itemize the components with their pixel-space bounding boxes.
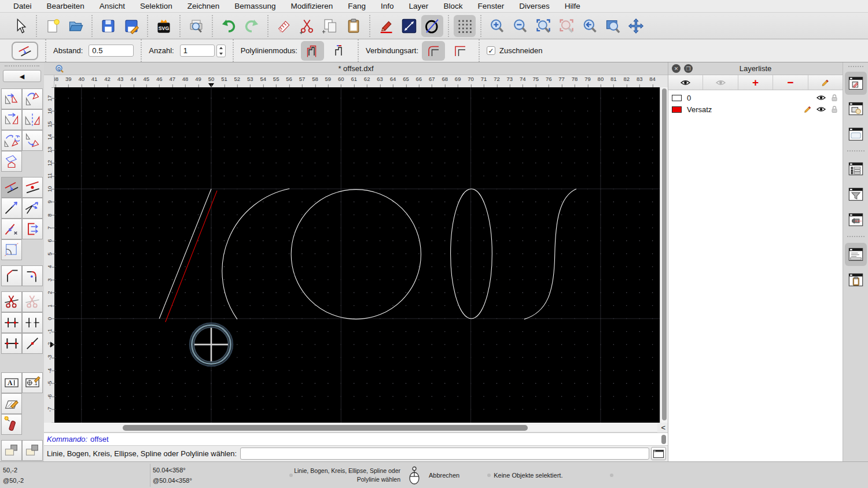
pencil-draw-button[interactable] bbox=[375, 15, 397, 37]
menu-item-block[interactable]: Block bbox=[436, 2, 470, 10]
order-front-button[interactable] bbox=[1, 440, 22, 461]
horizontal-scrollbar-thumb[interactable] bbox=[123, 425, 528, 431]
split-multi-button[interactable] bbox=[1, 333, 22, 354]
stepper-up-icon[interactable] bbox=[217, 45, 225, 51]
edit-layer-button[interactable] bbox=[808, 75, 843, 90]
offset-circle-button[interactable] bbox=[421, 15, 443, 37]
menu-item-datei[interactable]: Datei bbox=[6, 2, 39, 10]
layer-color-swatch[interactable] bbox=[672, 95, 682, 101]
mirror-axis-button[interactable] bbox=[1, 109, 22, 130]
menu-item-hilfe[interactable]: Hilfe bbox=[557, 2, 588, 10]
add-layer-button[interactable]: + bbox=[738, 75, 773, 90]
distance-input[interactable] bbox=[89, 45, 134, 57]
layer-visible-icon[interactable] bbox=[816, 105, 826, 113]
menu-item-diverses[interactable]: Diverses bbox=[512, 2, 557, 10]
dim-edit-button[interactable] bbox=[22, 372, 43, 393]
shorten-button[interactable] bbox=[1, 219, 22, 239]
move-rotate-button[interactable] bbox=[1, 130, 22, 151]
pointer-button[interactable] bbox=[9, 15, 31, 37]
layer-color-swatch[interactable] bbox=[672, 106, 682, 113]
win-layers-button[interactable] bbox=[845, 72, 867, 95]
hide-all-layers-button[interactable] bbox=[703, 75, 738, 90]
break-points-button[interactable] bbox=[1, 312, 22, 333]
break-gap-button[interactable] bbox=[22, 312, 43, 333]
show-all-layers-button[interactable] bbox=[668, 75, 703, 90]
offset-point-button[interactable] bbox=[22, 177, 43, 198]
win-command-button[interactable] bbox=[845, 243, 867, 266]
menu-item-zeichnen[interactable]: Zeichnen bbox=[180, 2, 227, 10]
menu-item-bearbeiten[interactable]: Bearbeiten bbox=[39, 2, 92, 10]
stretch-button[interactable] bbox=[22, 219, 43, 239]
lengthen-button[interactable] bbox=[1, 198, 22, 219]
zoom-select-button[interactable] bbox=[556, 15, 578, 37]
win-filter-button[interactable] bbox=[845, 183, 867, 206]
chamfer-button[interactable] bbox=[1, 265, 22, 286]
menu-item-layer[interactable]: Layer bbox=[402, 2, 436, 10]
open-folder-button[interactable] bbox=[65, 15, 87, 37]
distance-button[interactable] bbox=[398, 15, 420, 37]
horizontal-scrollbar[interactable] bbox=[44, 423, 657, 432]
win-views-button[interactable] bbox=[845, 208, 867, 231]
pan-button[interactable] bbox=[625, 15, 647, 37]
win-library-button[interactable] bbox=[845, 123, 867, 146]
move-button[interactable] bbox=[1, 88, 22, 109]
layer-lock-icon[interactable] bbox=[830, 94, 839, 102]
layer-row-versatz[interactable]: Versatz bbox=[668, 103, 843, 115]
history-scrollbar[interactable] bbox=[661, 434, 667, 445]
vertical-scrollbar-thumb[interactable] bbox=[662, 88, 667, 420]
strip-drag-handle[interactable] bbox=[848, 66, 863, 68]
project-button[interactable] bbox=[1, 151, 22, 172]
save-button[interactable] bbox=[97, 15, 119, 37]
zoom-window-button[interactable] bbox=[602, 15, 624, 37]
menu-item-bemassung[interactable]: Bemassung bbox=[227, 2, 283, 10]
rotate-two-button[interactable] bbox=[22, 130, 43, 151]
stepper-down-icon[interactable] bbox=[217, 51, 225, 57]
count-input[interactable] bbox=[180, 45, 215, 57]
eraser-button[interactable] bbox=[273, 15, 295, 37]
undo-button[interactable] bbox=[218, 15, 240, 37]
command-input[interactable] bbox=[240, 448, 649, 460]
explode-button[interactable] bbox=[1, 414, 22, 435]
clip-rect-button[interactable] bbox=[1, 239, 22, 260]
command-options-button[interactable] bbox=[651, 447, 666, 460]
menu-item-selektion[interactable]: Selektion bbox=[133, 2, 180, 10]
count-stepper[interactable] bbox=[216, 45, 226, 57]
drawing-canvas[interactable] bbox=[54, 87, 660, 423]
layer-row-0[interactable]: 0 bbox=[668, 92, 843, 103]
grid-button[interactable] bbox=[454, 15, 476, 37]
win-clipboard-button[interactable] bbox=[845, 268, 867, 291]
connection-sharp-button[interactable] bbox=[448, 41, 472, 61]
fillet-button[interactable] bbox=[22, 265, 43, 286]
order-back-button[interactable] bbox=[22, 440, 43, 461]
redo-button[interactable] bbox=[241, 15, 263, 37]
print-preview-button[interactable] bbox=[185, 15, 207, 37]
svg-export-button[interactable] bbox=[153, 15, 175, 37]
remove-layer-button[interactable]: − bbox=[773, 75, 808, 90]
layer-lock-icon[interactable] bbox=[830, 105, 839, 113]
menu-item-ansicht[interactable]: Ansicht bbox=[92, 2, 133, 10]
break-out-button[interactable] bbox=[22, 291, 43, 312]
palette-drag-handle[interactable] bbox=[5, 65, 39, 68]
layer-visible-icon[interactable] bbox=[816, 94, 826, 102]
win-props-button[interactable] bbox=[845, 157, 867, 180]
palette-back-button[interactable]: ◀ bbox=[3, 70, 41, 82]
zoom-prev-button[interactable] bbox=[579, 15, 601, 37]
paste-button[interactable] bbox=[343, 15, 365, 37]
connection-round-button[interactable] bbox=[422, 41, 445, 61]
zoom-in-button[interactable] bbox=[486, 15, 508, 37]
zoom-auto-button[interactable] bbox=[532, 15, 554, 37]
offset-button[interactable] bbox=[1, 177, 22, 198]
menu-item-fenster[interactable]: Fenster bbox=[470, 2, 512, 10]
polyline-mode-segment-button[interactable] bbox=[328, 41, 351, 61]
lengthen-two-button[interactable] bbox=[22, 198, 43, 219]
current-tool-indicator[interactable] bbox=[12, 42, 38, 60]
divide-button[interactable] bbox=[1, 291, 22, 312]
polyline-mode-outline-button[interactable] bbox=[301, 41, 324, 61]
split-point-button[interactable] bbox=[22, 333, 43, 354]
menu-item-info[interactable]: Info bbox=[373, 2, 402, 10]
menu-item-modifizieren[interactable]: Modifizieren bbox=[284, 2, 341, 10]
save-as-button[interactable] bbox=[120, 15, 142, 37]
text-edit-button[interactable] bbox=[1, 372, 22, 393]
trim-checkbox[interactable]: ✓ bbox=[487, 46, 495, 55]
rotate-button[interactable] bbox=[22, 88, 43, 109]
